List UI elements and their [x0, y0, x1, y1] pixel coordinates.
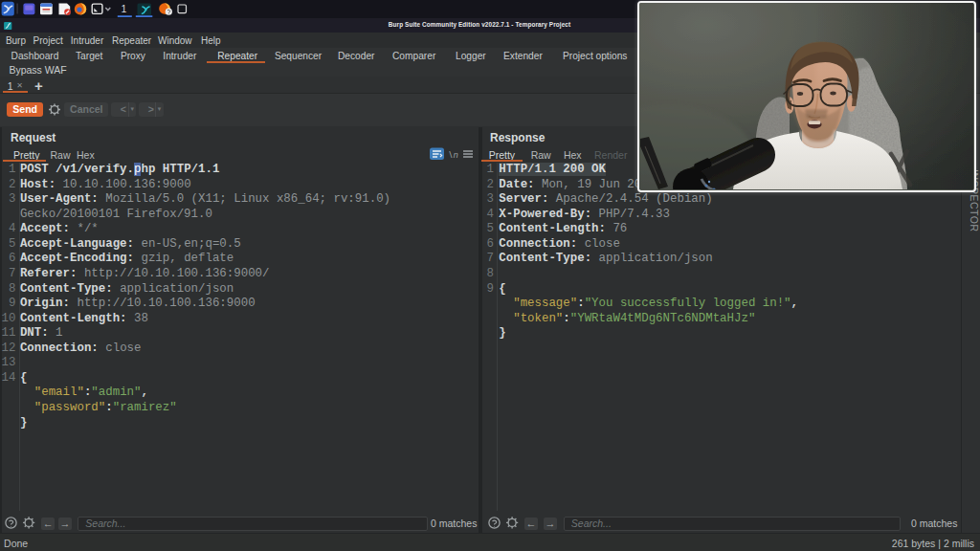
svg-text:1: 1	[122, 3, 127, 14]
svg-text:\n: \n	[448, 151, 458, 161]
